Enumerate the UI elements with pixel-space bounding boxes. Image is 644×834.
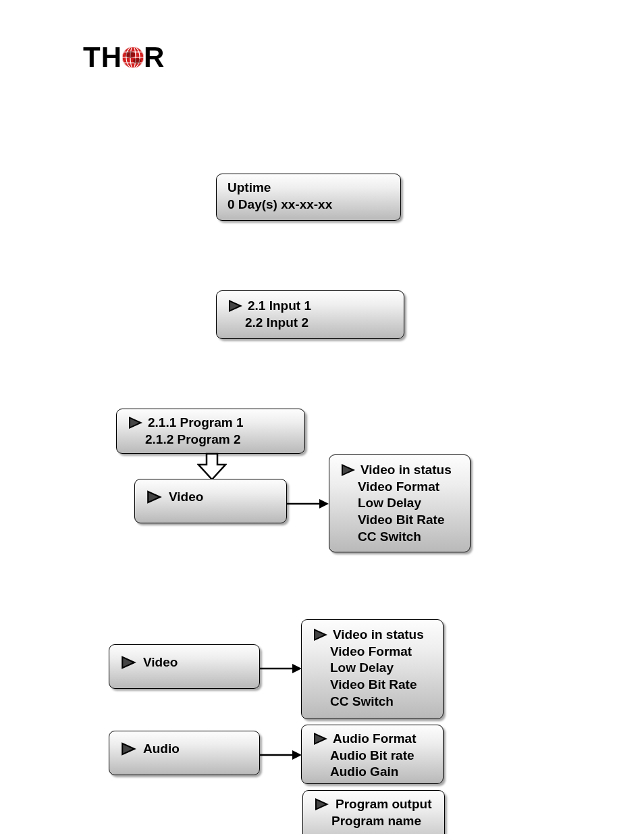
svg-point-8 [126, 51, 135, 58]
svg-marker-29 [292, 750, 302, 760]
video-in-status-2: Video in status [333, 627, 424, 644]
video-detail-2: Video in status Video Format Low Delay V… [301, 619, 444, 719]
play-icon [227, 299, 244, 313]
play-icon [120, 741, 138, 756]
video-in-status: Video in status [360, 462, 452, 479]
program-1-label: 2.1.1 Program 1 [148, 415, 244, 432]
video-detail-1: Video in status Video Format Low Delay V… [329, 454, 471, 552]
low-delay-2: Low Delay [313, 660, 436, 677]
video-format: Video Format [340, 479, 463, 496]
right-arrow-icon [287, 497, 329, 511]
programs-box: 2.1.1 Program 1 2.1.2 Program 2 [116, 409, 305, 454]
play-icon [313, 732, 329, 746]
svg-marker-17 [319, 499, 329, 509]
program-2-label: 2.1.2 Program 2 [128, 432, 298, 448]
audio-node: Audio [109, 731, 260, 775]
audio-node-label: Audio [143, 741, 180, 758]
play-icon [120, 655, 138, 670]
diagram-canvas: TH R [0, 0, 644, 834]
video-node-2-label: Video [143, 654, 178, 671]
svg-marker-23 [292, 664, 302, 673]
down-arrow-icon [197, 452, 227, 482]
logo-text-left: TH [83, 41, 122, 74]
input-2-label: 2.2 Input 2 [227, 315, 397, 332]
brand-logo: TH R [83, 41, 165, 74]
uptime-box: Uptime 0 Day(s) xx-xx-xx [216, 174, 401, 221]
video-node-1: Video [134, 479, 287, 523]
video-node-2: Video [109, 644, 260, 689]
program-name: Program name [314, 813, 437, 830]
uptime-title: Uptime [227, 180, 394, 197]
video-format-2: Video Format [313, 644, 436, 660]
audio-format: Audio Format [333, 731, 417, 748]
play-icon [340, 463, 356, 477]
logo-text-right: R [144, 41, 165, 74]
program-detail: Program output Program name [302, 790, 445, 834]
audio-gain: Audio Gain [313, 764, 436, 781]
video-bit-rate-2: Video Bit Rate [313, 677, 436, 694]
low-delay: Low Delay [340, 495, 463, 512]
right-arrow-icon [260, 748, 302, 762]
uptime-value: 0 Day(s) xx-xx-xx [227, 197, 394, 213]
audio-bit-rate: Audio Bit rate [313, 748, 436, 764]
video-node-1-label: Video [169, 489, 203, 506]
play-icon [128, 416, 144, 429]
cc-switch-2: CC Switch [313, 694, 436, 710]
audio-detail: Audio Format Audio Bit rate Audio Gain [301, 725, 444, 784]
inputs-box: 2.1 Input 1 2.2 Input 2 [216, 290, 404, 339]
globe-icon [122, 46, 144, 69]
right-arrow-icon [260, 662, 302, 675]
play-icon [146, 490, 163, 504]
play-icon [314, 798, 330, 811]
svg-point-9 [133, 58, 141, 63]
video-bit-rate: Video Bit Rate [340, 512, 463, 529]
input-1-label: 2.1 Input 1 [248, 298, 311, 315]
program-output: Program output [336, 796, 432, 813]
cc-switch: CC Switch [340, 529, 463, 546]
play-icon [313, 628, 329, 642]
